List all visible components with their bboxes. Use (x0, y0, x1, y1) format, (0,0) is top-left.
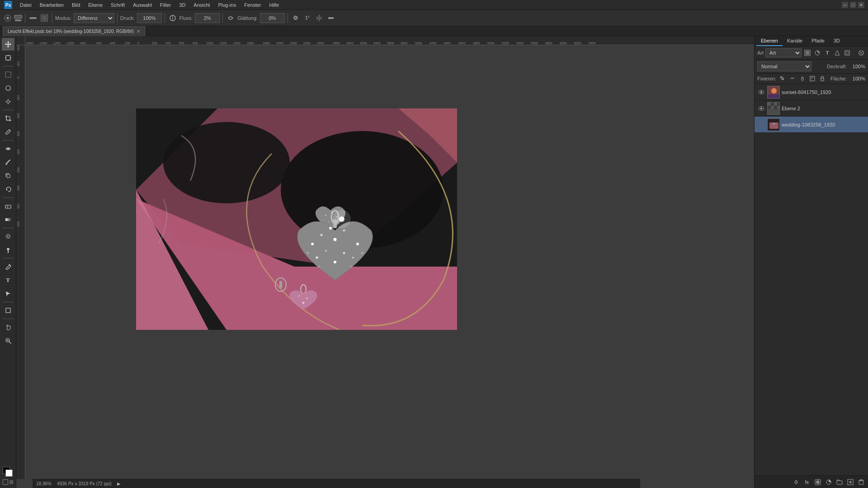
brush-tool[interactable] (2, 156, 14, 169)
settings-icon[interactable]: ⚙ (291, 13, 301, 23)
layer-mask-button[interactable] (814, 478, 822, 486)
minimize-button[interactable]: — (842, 2, 848, 8)
color-swatches[interactable] (3, 467, 14, 478)
menubar: Ps Datei Bearbeiten Bild Ebene Schrift A… (0, 0, 868, 10)
layer-group-button[interactable] (835, 478, 844, 486)
menu-ansicht[interactable]: Ansicht (190, 1, 213, 9)
pen-tool[interactable] (2, 260, 14, 273)
maximize-button[interactable]: □ (850, 2, 856, 8)
jewelry-svg (136, 108, 457, 330)
ruler-h-mark: 2200 (290, 42, 297, 45)
airbrush-icon[interactable] (226, 13, 236, 23)
brush-preset-icon[interactable] (3, 13, 13, 23)
menu-ebene[interactable]: Ebene (85, 1, 106, 9)
marquee-tool[interactable] (2, 68, 14, 81)
layer-item[interactable]: sunset-6041750_1920 (755, 84, 868, 100)
menu-plugins[interactable]: Plug-ins (214, 1, 240, 9)
menu-bearbeiten[interactable]: Bearbeiten (36, 1, 67, 9)
move-tool[interactable] (2, 38, 14, 51)
layer-item[interactable]: wedding-1083258_1920 (755, 117, 868, 133)
eraser-tool[interactable] (2, 200, 14, 212)
svg-rect-76 (279, 281, 282, 288)
pixel-layer-filter[interactable] (803, 49, 811, 57)
shape-tool[interactable] (2, 304, 14, 317)
blur-tool[interactable] (2, 230, 14, 243)
vector-layer-filter[interactable] (833, 49, 841, 57)
left-toolbar: T (0, 36, 16, 488)
zoom-tool[interactable] (2, 334, 14, 347)
ruler-h-mark: -600 (95, 42, 102, 45)
extra-icon[interactable] (326, 13, 336, 23)
screen-mode-button[interactable] (9, 480, 13, 484)
layer-visibility-toggle[interactable] (757, 88, 765, 96)
lock-image-pixels[interactable] (789, 75, 796, 82)
lasso-tool[interactable] (2, 82, 14, 94)
delete-layer-button[interactable] (857, 478, 865, 486)
layer-type-filter[interactable]: Art (765, 48, 802, 57)
clone-tool[interactable] (2, 169, 14, 182)
lock-position[interactable] (799, 75, 806, 82)
crop-tool[interactable] (2, 112, 14, 125)
new-layer-button[interactable] (846, 478, 854, 486)
artboard-tool[interactable] (2, 52, 14, 64)
glattung-group: Glättung: (237, 13, 288, 23)
history-brush-tool[interactable] (2, 183, 14, 196)
angle-input[interactable]: 1° (302, 13, 312, 23)
ruler-v-mark: 500 (17, 167, 20, 173)
tab-3d[interactable]: 3D (829, 36, 844, 46)
fluss-input[interactable] (195, 13, 220, 23)
layer-link-button[interactable] (792, 478, 800, 486)
text-layer-filter[interactable]: T (823, 49, 831, 57)
tab-ebenen[interactable]: Ebenen (756, 36, 783, 46)
blend-mode-select[interactable]: Normal (757, 61, 811, 71)
brush-style-icon[interactable] (28, 13, 38, 23)
layer-visibility-toggle[interactable] (757, 121, 765, 129)
tab-kanale[interactable]: Kanäle (783, 36, 807, 46)
menu-datei[interactable]: Datei (16, 1, 35, 9)
glattung-input[interactable] (260, 13, 285, 23)
menu-3d[interactable]: 3D (175, 1, 189, 9)
adjustment-layer-button[interactable] (825, 478, 833, 486)
eyedropper-tool[interactable] (2, 126, 14, 138)
ruler-h-mark: 1200 (220, 42, 227, 45)
layer-item[interactable]: Ebene 2 (755, 100, 868, 117)
magic-wand-tool[interactable] (2, 95, 14, 108)
lock-all[interactable] (819, 75, 826, 82)
modus-select[interactable]: Differenz (74, 13, 114, 23)
druck-input[interactable] (137, 13, 162, 23)
layer-filter-toggle[interactable] (857, 49, 865, 57)
svg-line-28 (10, 130, 10, 130)
layer-thumbnail (767, 118, 780, 131)
doc-tab[interactable]: Leucht Effekt.psdc bei 19% (wedding-1083… (3, 26, 145, 36)
menu-fenster[interactable]: Fenster (241, 1, 264, 9)
heal-tool[interactable] (2, 142, 14, 155)
tab-close-button[interactable]: ✕ (137, 29, 140, 34)
symmetry-icon[interactable] (314, 13, 324, 23)
pressure-icon[interactable] (168, 13, 178, 23)
hand-tool[interactable] (2, 321, 14, 333)
svg-rect-32 (5, 205, 11, 208)
adjustment-layer-filter[interactable] (813, 49, 821, 57)
close-button[interactable]: ✕ (858, 2, 864, 8)
layer-style-button[interactable]: fx (803, 478, 811, 486)
lock-transparent-pixels[interactable] (779, 75, 786, 82)
svg-rect-40 (6, 308, 10, 313)
brush-shape-icon[interactable] (39, 13, 49, 23)
menu-bild[interactable]: Bild (68, 1, 84, 9)
menu-auswahl[interactable]: Auswahl (129, 1, 156, 9)
menu-hilfe[interactable]: Hilfe (265, 1, 283, 9)
menu-filter[interactable]: Filter (156, 1, 175, 9)
fluss-group: Fluss: (179, 13, 223, 23)
menu-schrift[interactable]: Schrift (107, 1, 128, 9)
smart-object-filter[interactable] (843, 49, 851, 57)
gradient-tool[interactable] (2, 213, 14, 226)
svg-rect-95 (810, 76, 815, 81)
type-tool[interactable]: T (2, 274, 14, 286)
quick-mask-button[interactable] (3, 479, 8, 485)
tab-pfade[interactable]: Pfade (807, 36, 829, 46)
dodge-tool[interactable] (2, 244, 14, 256)
canvas-area[interactable]: -1600 -1400 -1200 -1000 -800 -600 -400 -… (16, 36, 754, 488)
lock-artboard[interactable] (809, 75, 816, 82)
layer-visibility-toggle[interactable] (757, 104, 765, 113)
path-selection-tool[interactable] (2, 287, 14, 300)
